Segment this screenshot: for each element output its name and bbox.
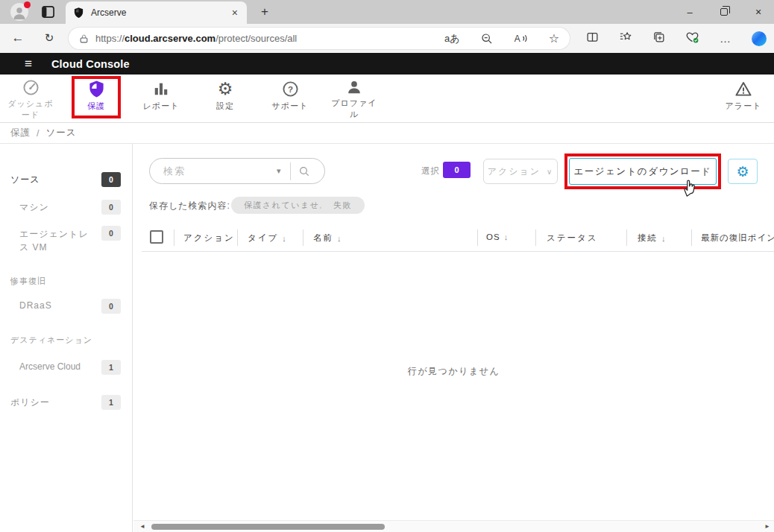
column-header-latest-recovery-point: 最新の復旧ポイン [701,232,774,244]
refresh-button[interactable]: ↻ [39,28,60,48]
dashboard-icon [22,79,40,96]
arcserve-favicon [73,7,84,19]
column-header-os[interactable]: OS↓ [486,232,508,241]
url-scheme: https:// [95,33,125,44]
column-divider [237,229,238,246]
nav-item-protection[interactable]: 保護 [66,79,127,119]
nav-label-dashboard: ダッシュボード [6,98,55,121]
person-icon [13,5,26,20]
column-divider [477,229,478,246]
search-box[interactable]: ▾ [149,158,325,184]
back-button[interactable]: ← [7,28,28,48]
selection-label: 選択 [421,165,440,177]
breadcrumb-separator: / [37,128,40,139]
url-host: cloud.arcserve.com [125,33,215,44]
sidebar-item-arcserve-cloud[interactable]: Arcserve Cloud [19,361,81,372]
copilot-icon[interactable] [752,31,767,46]
alert-triangle-icon [734,79,752,98]
translate-icon[interactable]: aあ [444,32,460,45]
breadcrumb-section[interactable]: 保護 [10,127,31,139]
favorite-star-icon[interactable]: ☆ [549,31,559,45]
read-aloud-icon[interactable]: A [514,33,528,45]
hamburger-menu-icon[interactable]: ≡ [25,57,32,72]
scrollbar-thumb[interactable] [151,524,385,530]
window-restore-button[interactable] [707,0,741,24]
nav-item-support[interactable]: ? サポート [259,79,321,119]
chevron-down-icon: ∨ [547,168,553,176]
scroll-left-arrow-icon[interactable]: ◄ [139,523,145,530]
split-screen-icon[interactable] [586,31,599,46]
column-header-connection[interactable]: 接続↓ [638,232,666,244]
app-navbar: ダッシュボード 保護 レポート ⚙ 設定 ? サポート プロファイル アラート [0,75,774,123]
svg-text:A: A [514,33,520,43]
horizontal-scrollbar[interactable]: ◄ ► [133,520,774,532]
notification-dot [24,1,31,8]
browser-action-icons: … [586,28,767,49]
nav-label-settings: 設定 [216,101,234,112]
lock-icon [79,34,89,44]
column-divider [174,229,174,246]
help-icon: ? [282,79,299,98]
sidebar-item-machines[interactable]: マシン [19,201,49,214]
arcserve-cloud-count-badge: 1 [101,360,121,375]
nav-label-reports: レポート [143,101,180,112]
sidebar: ソース 0 マシン 0 エージェントレス VM 0 惨事復旧 DRaaS 0 デ… [0,144,133,532]
sort-down-icon: ↓ [282,234,286,243]
nav-item-dashboard[interactable]: ダッシュボード [0,79,61,119]
table-header-border [142,251,774,252]
search-dropdown-caret-icon[interactable]: ▾ [277,166,281,176]
browser-menu-icon[interactable]: … [720,32,731,45]
column-header-name[interactable]: 名前↓ [313,232,342,244]
column-header-type[interactable]: タイプ↓ [248,232,286,244]
scroll-right-arrow-icon[interactable]: ► [764,523,770,530]
address-bar[interactable]: https://cloud.arcserve.com/protect/sourc… [69,28,570,49]
search-divider [290,162,291,180]
column-header-status: ステータス [547,232,598,244]
sort-down-icon: ↓ [661,234,666,243]
selection-count-badge: 0 [443,162,471,178]
sidebar-item-policies[interactable]: ポリシー [10,396,50,409]
saved-search-chip-failed[interactable]: 失敗 [321,197,365,214]
nav-item-alerts[interactable]: アラート [713,79,774,119]
search-icon[interactable] [298,165,310,177]
grid-settings-button[interactable]: ⚙ [728,159,758,184]
saved-search-label: 保存した検索内容: [149,200,230,212]
sidebar-item-agentless-vm[interactable]: エージェントレス VM [19,227,97,254]
column-divider [691,229,692,246]
sidebar-item-sources[interactable]: ソース [10,174,40,186]
tab-close-icon[interactable]: × [232,7,238,19]
sidebar-item-draas[interactable]: DRaaS [19,300,52,311]
workspaces-icon[interactable] [42,6,54,21]
browser-essentials-icon[interactable] [685,31,699,46]
favorites-bar-icon[interactable] [619,31,632,46]
nav-item-reports[interactable]: レポート [130,79,192,119]
window-close-button[interactable]: × [741,0,774,24]
console-header: ≡ Cloud Console [0,53,774,75]
nav-item-profile[interactable]: プロファイル [324,79,385,119]
column-header-actions: アクション [183,232,235,244]
actions-dropdown[interactable]: アクション ∨ [483,159,558,184]
collections-icon[interactable] [652,31,665,46]
url-path: /protect/sources/all [215,33,297,44]
gear-icon: ⚙ [218,79,233,98]
actions-label: アクション [488,165,541,178]
nav-label-profile: プロファイル [330,98,379,120]
zoom-out-icon[interactable] [481,33,493,45]
sort-down-icon: ↓ [504,232,509,241]
window-minimize-button[interactable]: – [673,0,707,24]
sidebar-section-destination: デスティネーション [10,335,92,346]
sidebar-section-disaster-recovery: 惨事復旧 [10,276,46,287]
agentless-vm-count-badge: 0 [101,226,121,241]
nav-label-alerts: アラート [726,101,762,112]
nav-item-settings[interactable]: ⚙ 設定 [195,79,256,119]
new-tab-button[interactable]: + [257,4,273,19]
protection-shield-icon [88,79,105,98]
browser-tab[interactable]: Arcserve × [66,1,247,24]
browser-titlebar: Arcserve × + – × [0,0,774,24]
select-all-checkbox[interactable] [150,230,163,244]
restore-icon [720,8,728,16]
machines-count-badge: 0 [101,200,121,215]
svg-text:?: ? [287,84,292,93]
search-input[interactable] [163,165,275,177]
nav-label-support: サポート [272,101,309,112]
